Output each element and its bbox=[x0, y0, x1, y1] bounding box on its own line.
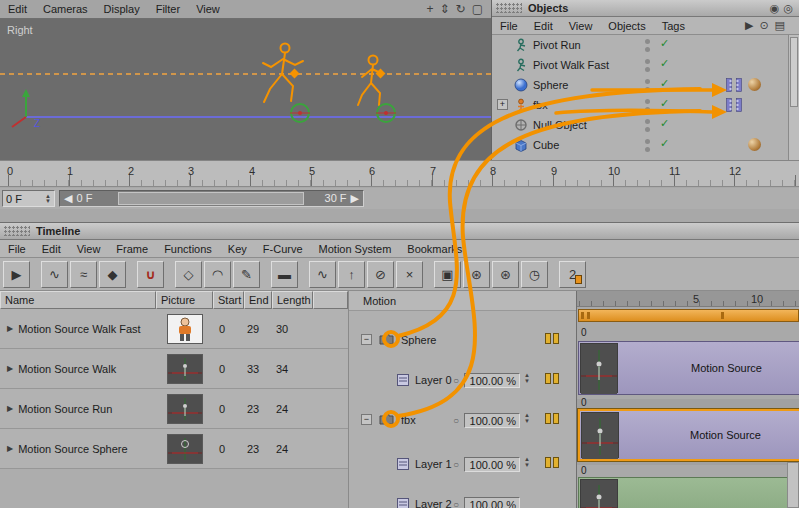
timeline-menu-edit[interactable]: Edit bbox=[34, 243, 69, 255]
track-ruler[interactable]: 5 10 bbox=[577, 291, 799, 307]
range-slider-handle[interactable] bbox=[118, 192, 304, 205]
window-menu-icon[interactable]: ◉ bbox=[770, 2, 780, 15]
disclosure-icon[interactable]: ▶ bbox=[7, 404, 13, 413]
frame-spin-down-icon[interactable]: ▼ bbox=[45, 199, 51, 204]
layer-weight-field[interactable]: 100.00 % bbox=[464, 497, 520, 508]
object-row-fbx[interactable]: + fbx ✓ bbox=[492, 95, 799, 115]
clock-icon[interactable]: ◷ bbox=[521, 261, 548, 288]
disclosure-icon[interactable]: ▶ bbox=[7, 444, 13, 453]
motion-layer-2[interactable]: Layer 2 ○ 100.00 % bbox=[349, 493, 576, 508]
menu-overflow-icon[interactable]: ▶ bbox=[745, 19, 753, 32]
fcurve-icon[interactable]: ◠ bbox=[204, 261, 231, 288]
gear-key-icon[interactable]: ⊛ bbox=[492, 261, 519, 288]
motion-clip-tag-icon[interactable] bbox=[726, 78, 742, 94]
camera-icon[interactable]: ▣ bbox=[434, 261, 461, 288]
gear-icon[interactable]: ⊛ bbox=[463, 261, 490, 288]
motion-layer-1[interactable]: Layer 1 ○ 100.00 % ▲▼ bbox=[349, 453, 576, 475]
frame-ruler[interactable]: 0 1 2 3 4 5 6 7 8 9 10 11 12 bbox=[0, 160, 799, 187]
motion-clip-selected[interactable]: Motion Source bbox=[578, 409, 799, 461]
layer-frames-icon[interactable]: 2 bbox=[559, 261, 586, 288]
enabled-check-icon[interactable]: ✓ bbox=[660, 137, 669, 150]
search-icon[interactable]: ⊙ bbox=[759, 19, 768, 32]
range-right-arrow-icon[interactable]: ▶ bbox=[351, 192, 359, 205]
objects-menu-edit[interactable]: Edit bbox=[526, 20, 561, 32]
enabled-check-icon[interactable]: ✓ bbox=[660, 77, 669, 90]
motion-clip[interactable]: Motion Source bbox=[578, 341, 799, 395]
visibility-dots[interactable] bbox=[645, 119, 650, 124]
pan-icon[interactable]: + bbox=[427, 2, 434, 16]
viewport-menu-filter[interactable]: Filter bbox=[148, 3, 188, 15]
enabled-check-icon[interactable]: ✓ bbox=[660, 117, 669, 130]
maximize-icon[interactable]: ▢ bbox=[472, 2, 483, 16]
column-header-start[interactable]: Start bbox=[213, 291, 244, 309]
timeline-menu-bookmarks[interactable]: Bookmarks bbox=[399, 243, 470, 255]
group-summary-track[interactable] bbox=[578, 309, 799, 322]
motion-up-icon[interactable]: ↑ bbox=[338, 261, 365, 288]
table-row[interactable]: ▶Motion Source Walk 0 33 34 bbox=[0, 349, 348, 389]
film-strip-icon[interactable]: ▬ bbox=[271, 261, 298, 288]
object-row-pivot-walk-fast[interactable]: Pivot Walk Fast ✓ bbox=[492, 55, 799, 75]
key-copy-icon[interactable]: ◇ bbox=[175, 261, 202, 288]
visibility-dots[interactable] bbox=[645, 99, 650, 104]
collapse-icon[interactable]: − bbox=[361, 414, 372, 425]
motion-clip[interactable] bbox=[578, 477, 799, 508]
current-frame-field[interactable]: 0 F ▲ ▼ bbox=[2, 190, 55, 207]
viewport-menu-edit[interactable]: Edit bbox=[0, 3, 35, 15]
dock-icon[interactable]: ◎ bbox=[783, 2, 793, 15]
timeline-titlebar[interactable]: Timeline bbox=[0, 223, 799, 240]
visibility-dots[interactable] bbox=[645, 39, 650, 44]
layer-toggle-icon[interactable]: ○ bbox=[453, 499, 459, 508]
timeline-menu-key[interactable]: Key bbox=[220, 243, 255, 255]
layer-toggle-icon[interactable]: ○ bbox=[453, 459, 459, 470]
timeline-menu-motion-system[interactable]: Motion System bbox=[311, 243, 400, 255]
layer-toggle-icon[interactable]: ○ bbox=[453, 415, 459, 426]
vertical-scrollbar[interactable] bbox=[787, 462, 799, 508]
table-row[interactable]: ▶Motion Source Sphere 0 23 24 bbox=[0, 429, 348, 469]
enabled-check-icon[interactable]: ✓ bbox=[660, 97, 669, 110]
window-grip[interactable] bbox=[4, 226, 30, 236]
object-row-sphere[interactable]: Sphere ✓ bbox=[492, 75, 799, 95]
visibility-dots[interactable] bbox=[645, 79, 650, 84]
rotate-icon[interactable]: ↻ bbox=[456, 2, 466, 16]
range-left-arrow-icon[interactable]: ◀ bbox=[64, 192, 72, 205]
preview-range-slider[interactable]: ◀ 0 F 30 F ▶ bbox=[59, 190, 364, 207]
window-grip[interactable] bbox=[496, 3, 522, 13]
motion-group-fbx[interactable]: − fbx ○ 100.00 % ▲▼ bbox=[349, 409, 576, 431]
wave-icon[interactable]: ∿ bbox=[41, 261, 68, 288]
timeline-menu-view[interactable]: View bbox=[69, 243, 109, 255]
viewport-menu-cameras[interactable]: Cameras bbox=[35, 3, 96, 15]
object-row-null-object[interactable]: Null Object ✓ bbox=[492, 115, 799, 135]
objects-menu-tags[interactable]: Tags bbox=[654, 20, 693, 32]
timeline-menu-fcurve[interactable]: F-Curve bbox=[255, 243, 311, 255]
weight-spin-down-icon[interactable]: ▼ bbox=[524, 462, 530, 468]
wave-key-icon[interactable]: ≈ bbox=[70, 261, 97, 288]
collapse-icon[interactable]: − bbox=[361, 334, 372, 345]
auto-key-icon[interactable]: ∪ bbox=[137, 261, 164, 288]
objects-menu-objects[interactable]: Objects bbox=[600, 20, 653, 32]
disclosure-icon[interactable]: ▶ bbox=[7, 364, 13, 373]
keyframe-pair-icon[interactable] bbox=[545, 373, 559, 384]
weight-spin-down-icon[interactable]: ▼ bbox=[524, 418, 530, 424]
keyframe-pair-icon[interactable] bbox=[545, 333, 559, 344]
disclosure-icon[interactable]: ▶ bbox=[7, 324, 13, 333]
layer-weight-field[interactable]: 100.00 % bbox=[464, 413, 520, 428]
object-row-pivot-run[interactable]: Pivot Run ✓ bbox=[492, 35, 799, 55]
enabled-check-icon[interactable]: ✓ bbox=[660, 57, 669, 70]
timeline-menu-frame[interactable]: Frame bbox=[108, 243, 156, 255]
motion-wave-icon[interactable]: ∿ bbox=[309, 261, 336, 288]
keyframe-pair-icon[interactable] bbox=[545, 457, 559, 468]
object-row-cube[interactable]: Cube ✓ bbox=[492, 135, 799, 155]
table-row[interactable]: ▶Motion Source Walk Fast 0 29 30 bbox=[0, 309, 348, 349]
column-header-end[interactable]: End bbox=[244, 291, 272, 309]
delete-icon[interactable]: × bbox=[396, 261, 423, 288]
keyframe-pair-icon[interactable] bbox=[545, 413, 559, 424]
motion-layer-0[interactable]: Layer 0 ○ 100.00 % ▲▼ bbox=[349, 369, 576, 391]
objects-menu-file[interactable]: File bbox=[492, 20, 526, 32]
timeline-menu-file[interactable]: File bbox=[0, 243, 34, 255]
layer-weight-field[interactable]: 100.00 % bbox=[464, 457, 520, 472]
viewport-canvas[interactable]: Z bbox=[0, 19, 491, 160]
mute-icon[interactable]: ⊘ bbox=[367, 261, 394, 288]
layer-toggle-icon[interactable]: ○ bbox=[453, 375, 459, 386]
viewport-menu-view[interactable]: View bbox=[188, 3, 228, 15]
material-tag-icon[interactable] bbox=[748, 78, 761, 91]
